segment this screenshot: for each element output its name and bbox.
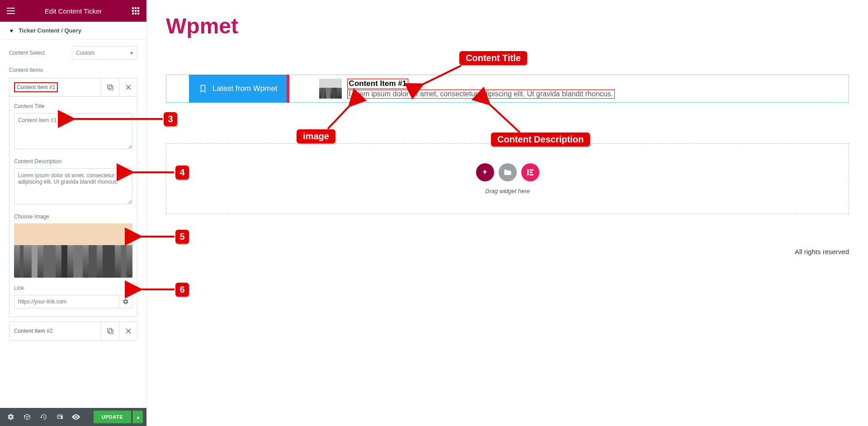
svg-rect-16 [108, 328, 112, 332]
image-picker[interactable] [14, 223, 132, 278]
caret-down-icon: ▼ [9, 28, 14, 33]
history-icon[interactable] [36, 410, 51, 424]
duplicate-item-button[interactable] [101, 322, 119, 340]
annotation-content-description: Content Description [491, 133, 590, 147]
ticker-label-text: Latest from Wpmet [212, 84, 278, 93]
add-section-button[interactable]: + [476, 163, 494, 181]
link-options-button[interactable] [119, 295, 132, 308]
svg-rect-5 [137, 7, 139, 9]
svg-rect-23 [529, 174, 533, 175]
annotation-badge-4: 4 [175, 166, 189, 180]
navigator-icon[interactable] [20, 410, 34, 424]
menu-icon[interactable] [6, 6, 15, 15]
duplicate-item-button[interactable] [101, 78, 119, 96]
content-select-label: Content Select [9, 50, 45, 56]
svg-rect-8 [137, 10, 139, 12]
content-select-row: Content Select Custom ▼ [9, 46, 137, 60]
ticker-label: Latest from Wpmet [189, 75, 288, 103]
elementskit-button[interactable] [521, 163, 539, 181]
site-brand: Wpmet [166, 14, 849, 38]
panel-title: Edit Content Ticker [15, 7, 131, 15]
annotation-arrow-3 [68, 116, 163, 124]
svg-rect-7 [135, 10, 137, 12]
content-item-1-header[interactable]: Content Item #1 [9, 78, 137, 96]
update-button[interactable]: UPDATE [94, 411, 131, 423]
content-select-field[interactable]: Custom ▼ [72, 46, 137, 60]
annotation-content-title: Content Title [459, 51, 527, 65]
content-item-2: Content Item #2 [9, 322, 137, 341]
content-description-input[interactable] [14, 168, 132, 204]
ticker-item-description: Lorem ipsum dolor sit amet, consectetur … [347, 90, 615, 99]
drop-zone[interactable]: + Drag widget here [166, 143, 849, 214]
content-item-1: Content Item #1 Content Title Content De… [9, 78, 137, 317]
svg-rect-2 [7, 13, 15, 14]
svg-rect-17 [109, 330, 113, 334]
content-item-1-body: Content Title Content Description Choose… [9, 96, 137, 317]
content-item-2-title: Content Item #2 [9, 328, 101, 334]
svg-rect-21 [529, 169, 533, 170]
annotation-arrow-content-desc [481, 99, 527, 137]
svg-rect-10 [135, 13, 137, 14]
annotation-arrow-6 [135, 286, 176, 294]
settings-icon[interactable] [4, 410, 18, 424]
svg-rect-6 [132, 10, 134, 12]
content-select[interactable]: Custom [72, 46, 137, 60]
annotation-arrow-5 [135, 233, 176, 241]
preview-icon[interactable] [69, 410, 83, 424]
svg-rect-9 [132, 13, 134, 14]
content-items-label: Content Items [9, 67, 137, 73]
annotation-badge-3: 3 [164, 112, 177, 126]
content-item-2-header[interactable]: Content Item #2 [9, 322, 137, 340]
svg-rect-11 [137, 13, 139, 14]
link-input[interactable] [14, 295, 119, 308]
svg-rect-0 [7, 8, 15, 9]
svg-rect-12 [108, 85, 112, 89]
editor-sidebar: Edit Content Ticker ▼ Ticker Content / Q… [0, 0, 147, 426]
sidebar-header: Edit Content Ticker [0, 0, 146, 22]
svg-line-28 [421, 66, 461, 85]
annotation-image: image [297, 129, 335, 143]
content-description-label: Content Description [14, 158, 132, 165]
svg-rect-1 [7, 10, 15, 11]
svg-rect-22 [529, 171, 532, 173]
link-label: Link [14, 285, 132, 291]
svg-rect-3 [132, 7, 134, 9]
section-toggle-ticker-content[interactable]: ▼ Ticker Content / Query [0, 22, 146, 40]
footer-text: All rights reserved [795, 248, 849, 256]
svg-rect-20 [527, 169, 528, 175]
annotation-arrow-content-title [416, 63, 466, 92]
widgets-grid-icon[interactable] [131, 6, 140, 15]
content-title-label: Content Title [14, 103, 132, 109]
panel-body: Content Select Custom ▼ Content Items Co… [0, 40, 146, 408]
responsive-icon[interactable] [52, 410, 67, 424]
choose-image-label: Choose Image [14, 213, 132, 220]
remove-item-button[interactable] [119, 322, 137, 340]
drop-zone-text: Drag widget here [485, 188, 530, 194]
annotation-badge-5: 5 [175, 230, 189, 244]
content-item-1-title: Content Item #1 [9, 84, 101, 90]
section-title: Ticker Content / Query [19, 27, 81, 34]
svg-rect-13 [109, 86, 113, 90]
svg-line-30 [488, 103, 520, 133]
remove-item-button[interactable] [119, 78, 137, 96]
annotation-arrow-image [326, 100, 357, 134]
svg-rect-4 [135, 7, 137, 9]
bookmark-icon [199, 84, 207, 94]
svg-line-29 [328, 105, 350, 129]
sidebar-footer: UPDATE ▲ [0, 408, 146, 426]
annotation-badge-6: 6 [175, 283, 189, 297]
update-options-button[interactable]: ▲ [133, 411, 143, 423]
annotation-arrow-4 [127, 169, 176, 177]
ticker-item-image [319, 79, 342, 99]
ticker-item-title: Content Item #1 [347, 79, 409, 89]
add-template-button[interactable] [499, 163, 517, 181]
